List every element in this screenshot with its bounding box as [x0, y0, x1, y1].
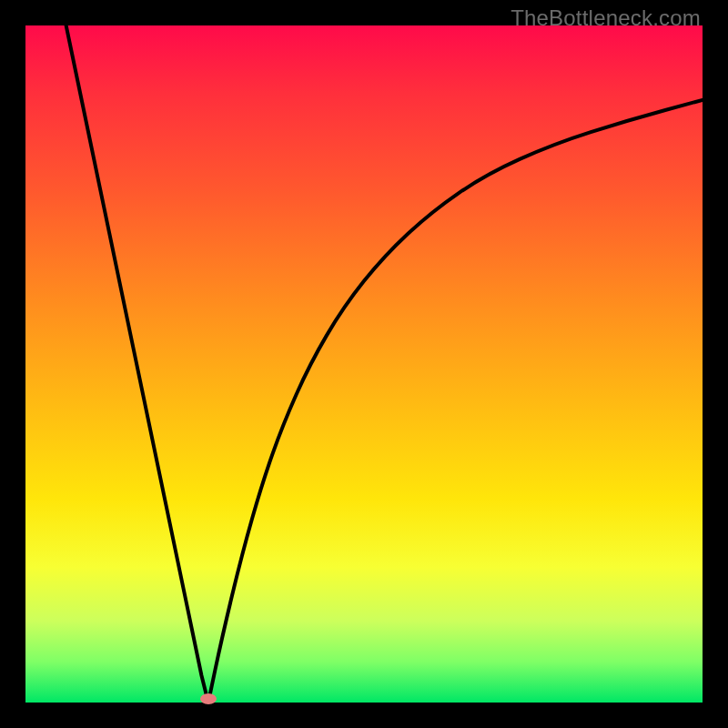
chart-container: TheBottleneck.com [0, 0, 728, 728]
plot-area [25, 25, 703, 703]
bottleneck-curve [25, 25, 703, 703]
optimal-marker [200, 693, 217, 704]
watermark-text: TheBottleneck.com [511, 5, 701, 31]
